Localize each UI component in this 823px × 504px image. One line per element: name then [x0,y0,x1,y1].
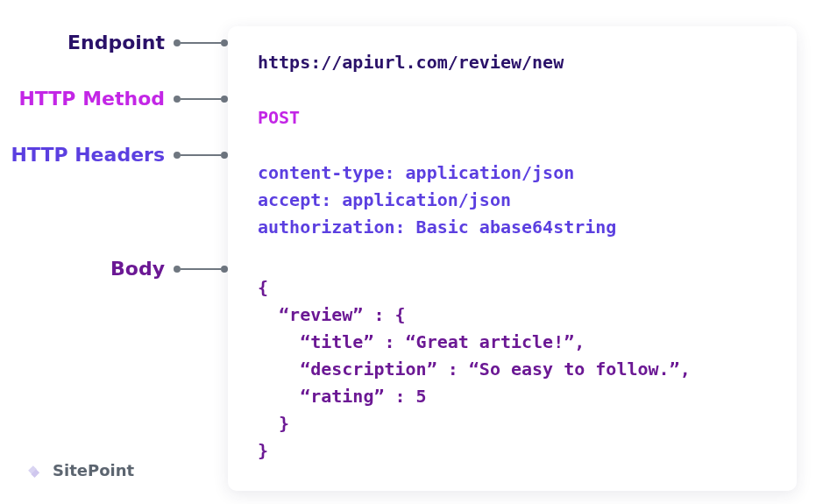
sitepoint-logo-icon [21,458,44,481]
label-endpoint-text: Endpoint [67,32,165,53]
request-endpoint: https://apiurl.com/review/new [258,49,770,76]
header-line: content-type: application/json [258,160,770,187]
request-method: POST [258,104,770,131]
request-headers: content-type: application/json accept: a… [258,160,770,241]
label-method-text: HTTP Method [18,88,165,110]
header-line: authorization: Basic abase64string [258,214,770,241]
connector-icon [174,152,228,159]
request-card: https://apiurl.com/review/new POST conte… [228,26,797,491]
header-line: accept: application/json [258,187,770,214]
connector-icon [174,96,228,103]
footer-brand: SitePoint [21,458,134,481]
labels-column: Endpoint HTTP Method HTTP Headers Body [53,26,228,491]
label-body: Body [110,258,228,280]
connector-icon [174,266,228,273]
label-endpoint: Endpoint [67,32,228,53]
label-body-text: Body [110,258,165,280]
diagram-wrap: Endpoint HTTP Method HTTP Headers Body h [53,26,797,491]
footer-brand-text: SitePoint [53,461,134,479]
label-method: HTTP Method [18,88,228,110]
request-body: { “review” : { “title” : “Great article!… [258,274,770,465]
connector-icon [174,39,228,46]
label-headers: HTTP Headers [11,144,228,166]
label-headers-text: HTTP Headers [11,144,165,166]
